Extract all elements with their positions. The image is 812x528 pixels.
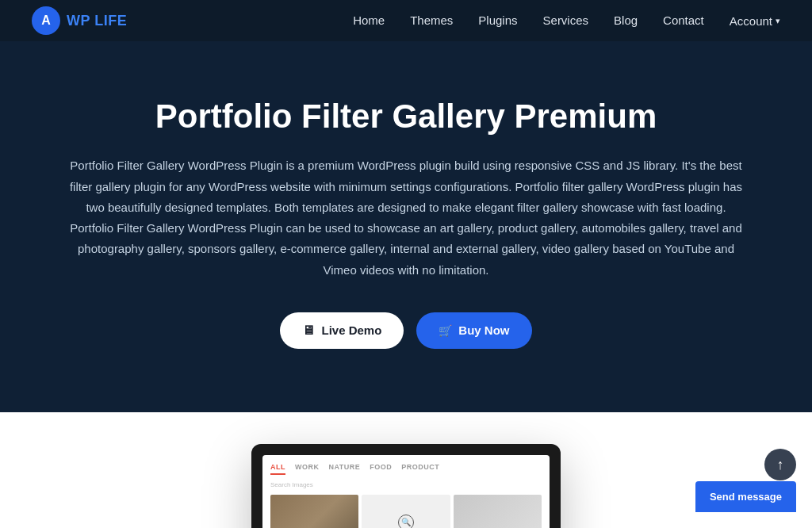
card-image-1 [270,495,358,528]
scroll-top-label: ↑ [777,457,784,473]
screen-tabs: ALL WORK NATURE FOOD PRODUCT [270,463,542,475]
laptop-outer: ALL WORK NATURE FOOD PRODUCT Search Imag… [251,444,561,528]
buy-now-label: Buy Now [458,323,509,337]
screen-tab-nature[interactable]: NATURE [329,463,361,475]
hero-title: Portfolio Filter Gallery Premium [32,97,780,136]
laptop-mockup: ALL WORK NATURE FOOD PRODUCT Search Imag… [251,444,561,528]
nav-item-account[interactable]: Account ▾ [730,14,780,28]
logo-link[interactable]: A WP LIFE [32,6,127,35]
live-demo-button[interactable]: 🖥 Live Demo [280,312,404,349]
card-image-2: 🔍 [362,495,450,528]
screen-tab-product[interactable]: PRODUCT [401,463,439,475]
search-overlay-icon: 🔍 [398,515,414,528]
live-demo-label: Live Demo [321,323,381,337]
screen-inner: ALL WORK NATURE FOOD PRODUCT Search Imag… [262,455,550,528]
hero-description: Portfolio Filter Gallery WordPress Plugi… [69,155,743,281]
logo-life: LIFE [94,13,127,29]
logo-letter: A [41,13,51,28]
nav-link-account[interactable]: Account [730,14,772,28]
nav-links: Home Themes Plugins Services Blog Contac… [353,13,780,28]
scroll-to-top-button[interactable]: ↑ [764,449,796,480]
cart-icon: 🛒 [439,324,452,337]
nav-link-contact[interactable]: Contact [663,13,704,27]
chevron-down-icon: ▾ [776,16,780,26]
screen-card-1 [270,495,358,528]
navbar: A WP LIFE Home Themes Plugins Services B… [0,0,812,41]
hero-buttons: 🖥 Live Demo 🛒 Buy Now [32,312,780,349]
hero-section: Portfolio Filter Gallery Premium Portfol… [0,41,812,412]
screen-card-3 [454,495,542,528]
nav-item-contact[interactable]: Contact [663,13,704,28]
nav-link-services[interactable]: Services [543,13,589,27]
logo-wp: WP [67,13,90,29]
nav-link-themes[interactable]: Themes [410,13,453,27]
screen-card-2: 🔍 [362,495,450,528]
screen-tab-food[interactable]: FOOD [370,463,392,475]
buy-now-button[interactable]: 🛒 Buy Now [416,312,531,349]
screen-tab-all[interactable]: ALL [270,463,285,475]
nav-link-plugins[interactable]: Plugins [478,13,517,27]
card-image-3 [454,495,542,528]
logo-text: WP LIFE [67,13,127,29]
monitor-icon: 🖥 [302,323,315,338]
screen-tab-work[interactable]: WORK [295,463,320,475]
nav-link-blog[interactable]: Blog [614,13,638,27]
nav-item-blog[interactable]: Blog [614,13,638,28]
screen-grid: 🔍 [270,495,542,528]
laptop-screen: ALL WORK NATURE FOOD PRODUCT Search Imag… [262,455,550,528]
nav-item-themes[interactable]: Themes [410,13,453,28]
send-message-label: Send message [710,491,782,503]
screen-search-label: Search Images [270,481,542,488]
content-section: ALL WORK NATURE FOOD PRODUCT Search Imag… [0,412,812,528]
nav-item-plugins[interactable]: Plugins [478,13,517,28]
nav-link-home[interactable]: Home [353,13,385,27]
nav-item-services[interactable]: Services [543,13,589,28]
send-message-button[interactable]: Send message [695,481,796,512]
nav-item-home[interactable]: Home [353,13,385,28]
logo-icon: A [32,6,60,35]
